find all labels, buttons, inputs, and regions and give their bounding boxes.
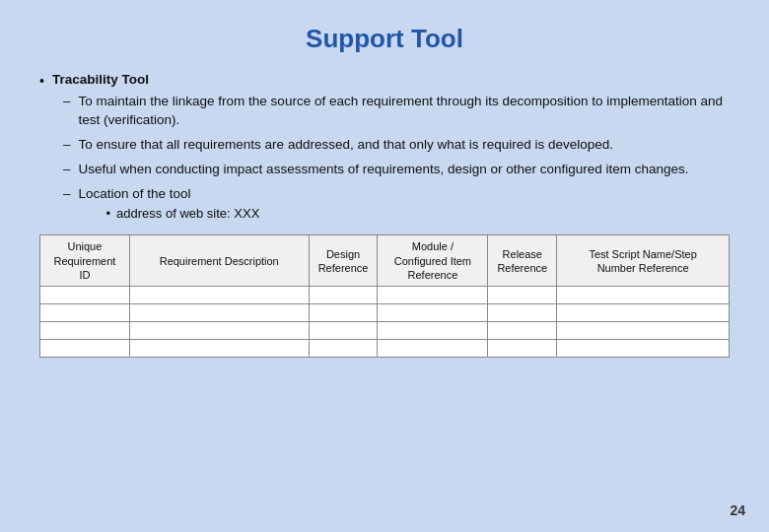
col-header-1: UniqueRequirementID (40, 235, 130, 287)
table-cell-3-2 (309, 340, 378, 358)
table-cell-1-4 (488, 304, 557, 322)
sub-bullet-1: – To maintain the linkage from the sourc… (63, 93, 730, 130)
col-header-3: DesignReference (309, 235, 378, 287)
col-header-6: Test Script Name/StepNumber Reference (557, 235, 730, 287)
table-cell-2-5 (557, 322, 730, 340)
table-cell-1-3 (378, 304, 488, 322)
bullet-dot: • (39, 73, 44, 89)
sub-bullet-text-1: To maintain the linkage from the source … (79, 93, 730, 130)
slide-title: Support Tool (39, 20, 730, 54)
sub-bullet-3: – Useful when conducting impact assessme… (63, 161, 730, 179)
sub-bullets-container: – To maintain the linkage from the sourc… (63, 93, 730, 225)
table-cell-3-0 (40, 340, 130, 358)
table-cell-2-0 (40, 322, 130, 340)
table-cell-0-1 (129, 287, 309, 304)
table-cell-0-5 (557, 287, 730, 304)
col-header-5: ReleaseReference (488, 235, 557, 287)
table-cell-0-4 (488, 287, 557, 304)
dash-1: – (63, 94, 71, 108)
table-cell-2-2 (309, 322, 378, 340)
col-header-2: Requirement Description (129, 235, 309, 287)
table-cell-3-3 (378, 340, 488, 358)
table-row (40, 322, 730, 340)
table-cell-3-4 (488, 340, 557, 358)
nested-bullet-container: • address of web site: XXX (106, 206, 260, 221)
sub-bullet-2: – To ensure that all requirements are ad… (63, 136, 730, 155)
table-cell-1-5 (557, 304, 730, 322)
slide-content: • Tracability Tool – To maintain the lin… (39, 72, 730, 358)
table-cell-3-5 (557, 340, 730, 358)
table-cell-0-3 (378, 287, 488, 304)
sub-bullet-4: – Location of the tool • address of web … (63, 185, 730, 226)
dash-4: – (63, 186, 71, 201)
table-cell-0-2 (309, 287, 378, 304)
tracability-table: UniqueRequirementID Requirement Descript… (39, 234, 730, 358)
bullet-label: Tracability Tool (52, 72, 149, 87)
main-bullet: • Tracability Tool (39, 72, 730, 89)
table-cell-0-0 (40, 287, 130, 304)
table-cell-2-1 (129, 322, 309, 340)
table-cell-1-2 (309, 304, 378, 322)
tracability-table-container: UniqueRequirementID Requirement Descript… (39, 234, 730, 358)
table-cell-1-0 (40, 304, 130, 322)
slide: Support Tool • Tracability Tool – To mai… (0, 0, 769, 532)
table-cell-3-1 (129, 340, 309, 358)
table-row (40, 287, 730, 304)
col-header-4: Module /Configured ItemReference (378, 235, 488, 287)
nested-dot-1: • (106, 206, 111, 221)
sub-bullet-text-3: Useful when conducting impact assessment… (79, 161, 689, 179)
sub-bullet-text-2: To ensure that all requirements are addr… (79, 136, 614, 155)
nested-bullet-1: • address of web site: XXX (106, 206, 260, 221)
sub-bullet-text-4: Location of the tool (79, 186, 191, 201)
nested-bullet-text-1: address of web site: XXX (116, 206, 259, 221)
page-number: 24 (730, 502, 745, 518)
dash-3: – (63, 162, 71, 176)
table-cell-1-1 (129, 304, 309, 322)
dash-2: – (63, 137, 71, 152)
table-cell-2-4 (488, 322, 557, 340)
table-row (40, 304, 730, 322)
table-row (40, 340, 730, 358)
table-header-row: UniqueRequirementID Requirement Descript… (40, 235, 730, 287)
table-body (40, 287, 730, 358)
table-cell-2-3 (378, 322, 488, 340)
